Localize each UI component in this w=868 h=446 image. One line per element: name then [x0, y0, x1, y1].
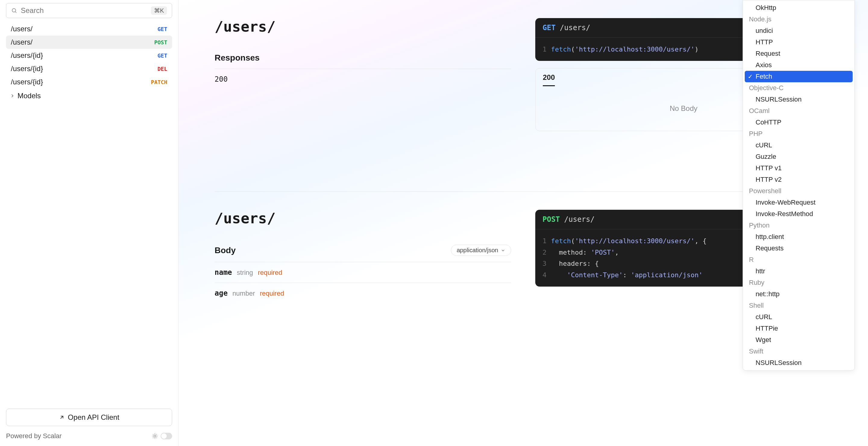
- dropdown-item[interactable]: HTTP v2: [745, 174, 852, 185]
- dropdown-group-label: Swift: [745, 346, 852, 357]
- dropdown-group-label: Python: [745, 220, 852, 231]
- search-icon: [11, 7, 17, 13]
- sidebar-endpoint-item[interactable]: /users/{id}PATCH: [6, 75, 172, 89]
- dropdown-item[interactable]: HTTP: [745, 36, 852, 48]
- sidebar-endpoint-item[interactable]: /users/{id}DEL: [6, 62, 172, 75]
- dropdown-item[interactable]: Axios: [745, 59, 852, 71]
- arrow-up-right-icon: [59, 414, 65, 420]
- sidebar-endpoint-item[interactable]: /users/{id}GET: [6, 49, 172, 62]
- dropdown-item[interactable]: OkHttp: [745, 2, 852, 13]
- nav-method-badge: PATCH: [151, 79, 167, 85]
- code-method-badge: POST: [542, 215, 560, 224]
- sidebar: ⌘K /users/GET/users/POST/users/{id}GET/u…: [0, 0, 179, 446]
- code-method-badge: GET: [542, 24, 555, 32]
- response-status[interactable]: 200: [215, 69, 511, 90]
- body-heading: Body: [215, 246, 236, 255]
- endpoint-title: /users/: [215, 210, 511, 227]
- dropdown-item[interactable]: NSURLSession: [745, 94, 852, 105]
- dropdown-item[interactable]: HTTPie: [745, 323, 852, 334]
- svg-line-6: [153, 434, 153, 435]
- nav-list: /users/GET/users/POST/users/{id}GET/user…: [0, 21, 178, 403]
- code-path: /users/: [564, 215, 595, 224]
- theme-toggle[interactable]: [152, 433, 172, 439]
- param-name: name: [215, 268, 232, 277]
- chevron-down-icon: [501, 248, 505, 253]
- powered-by-label: Powered by Scalar: [6, 432, 62, 440]
- param-row: agenumberrequired: [215, 283, 511, 304]
- dropdown-item[interactable]: Invoke-RestMethod: [745, 208, 852, 220]
- dropdown-group-label: PHP: [745, 128, 852, 139]
- dropdown-group-label: Powershell: [745, 185, 852, 197]
- nav-method-badge: GET: [157, 53, 167, 59]
- responses-heading: Responses: [215, 53, 511, 63]
- nav-method-badge: DEL: [157, 66, 167, 72]
- dropdown-item[interactable]: httr: [745, 265, 852, 277]
- nav-method-badge: GET: [157, 26, 167, 32]
- search-shortcut: ⌘K: [151, 6, 167, 15]
- endpoint-title: /users/: [215, 18, 511, 35]
- content-type-label: application/json: [457, 247, 498, 254]
- svg-line-7: [156, 438, 157, 438]
- param-type: string: [237, 269, 253, 277]
- dropdown-group-label: Shell: [745, 300, 852, 311]
- param-required: required: [260, 290, 284, 297]
- open-api-client-button[interactable]: Open API Client: [6, 409, 172, 426]
- param-row: namestringrequired: [215, 262, 511, 283]
- nav-path: /users/{id}: [11, 78, 43, 86]
- dropdown-item[interactable]: HTTP v1: [745, 162, 852, 174]
- sun-icon: [152, 433, 158, 439]
- param-name: age: [215, 289, 227, 297]
- dropdown-item[interactable]: Fetch: [745, 71, 852, 82]
- dropdown-group-label: R: [745, 254, 852, 265]
- dropdown-item[interactable]: cURL: [745, 311, 852, 323]
- dropdown-item[interactable]: CoHTTP: [745, 117, 852, 128]
- sidebar-endpoint-item[interactable]: /users/GET: [6, 22, 172, 36]
- nav-path: /users/{id}: [11, 51, 43, 60]
- dropdown-item[interactable]: Request: [745, 48, 852, 59]
- dropdown-item[interactable]: Wget: [745, 334, 852, 346]
- theme-toggle-pill[interactable]: [161, 433, 172, 439]
- search-input[interactable]: [21, 6, 147, 15]
- models-label: Models: [18, 92, 41, 100]
- svg-line-10: [153, 438, 153, 438]
- dropdown-group-label: Node.js: [745, 13, 852, 25]
- dropdown-group-label: Objective-C: [745, 82, 852, 94]
- open-api-client-label: Open API Client: [68, 413, 119, 422]
- dropdown-item[interactable]: net::http: [745, 288, 852, 300]
- sidebar-endpoint-item[interactable]: /users/POST: [6, 36, 172, 49]
- svg-point-0: [12, 8, 16, 12]
- dropdown-item[interactable]: undici: [745, 25, 852, 36]
- dropdown-item[interactable]: cURL: [745, 139, 852, 151]
- dropdown-item[interactable]: http.client: [745, 231, 852, 243]
- nav-path: /users/{id}: [11, 64, 43, 73]
- svg-line-2: [61, 416, 63, 419]
- param-required: required: [258, 269, 282, 277]
- svg-point-3: [154, 435, 156, 437]
- dropdown-group-label: OCaml: [745, 105, 852, 117]
- param-type: number: [232, 290, 255, 297]
- dropdown-item[interactable]: Requests: [745, 243, 852, 254]
- nav-path: /users/: [11, 25, 33, 33]
- chevron-right-icon: [10, 93, 15, 99]
- content-type-selector[interactable]: application/json: [451, 245, 511, 256]
- search-box[interactable]: ⌘K: [6, 3, 172, 18]
- svg-line-1: [16, 12, 17, 13]
- dropdown-item[interactable]: NSURLSession: [745, 357, 852, 369]
- main-content: /users/ Responses 200 GET /users/: [179, 0, 868, 446]
- nav-method-badge: POST: [154, 39, 167, 45]
- code-path: /users/: [560, 24, 590, 32]
- dropdown-group-label: Ruby: [745, 277, 852, 288]
- language-dropdown[interactable]: OkHttpNode.jsundiciHTTPRequestAxiosFetch…: [743, 0, 855, 371]
- nav-path: /users/: [11, 38, 33, 46]
- response-tab-200[interactable]: 200: [543, 73, 555, 86]
- svg-line-11: [156, 434, 157, 435]
- dropdown-item[interactable]: Guzzle: [745, 151, 852, 162]
- sidebar-models-toggle[interactable]: Models: [6, 89, 172, 103]
- dropdown-item[interactable]: Invoke-WebRequest: [745, 197, 852, 208]
